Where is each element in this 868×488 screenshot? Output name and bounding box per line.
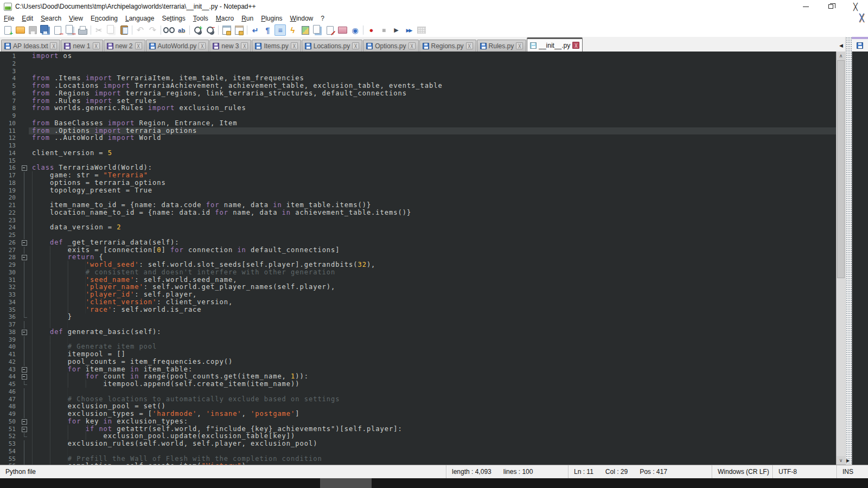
code-area[interactable]: 1import os234from .Items import Terraria… xyxy=(0,52,836,465)
code-line[interactable]: 10from BaseClasses import Region, Entran… xyxy=(0,120,836,127)
find-button[interactable] xyxy=(163,24,175,36)
code-line[interactable]: 11from .Options import terraria_options xyxy=(0,127,836,135)
code-line[interactable]: 41 itempool = [] xyxy=(0,351,836,358)
tab-options-py[interactable]: Options.py╳ xyxy=(363,40,418,52)
line-number[interactable]: 5 xyxy=(0,82,21,90)
line-number[interactable]: 44 xyxy=(0,373,21,381)
tab-close-button[interactable]: ╳ xyxy=(352,42,359,49)
menu-item-[interactable]: ? xyxy=(317,14,328,23)
code-line[interactable]: 32 'player_name': self.world.get_player_… xyxy=(0,284,836,291)
code-line[interactable]: 13 xyxy=(0,142,836,150)
line-number[interactable]: 31 xyxy=(0,277,21,284)
macro-run-multiple-button[interactable] xyxy=(403,24,414,36)
menu-item-window[interactable]: Window xyxy=(286,14,317,23)
line-number[interactable]: 23 xyxy=(0,217,21,224)
line-number[interactable]: 33 xyxy=(0,291,21,299)
code-line[interactable]: 24 data_version = 2 xyxy=(0,224,836,232)
line-number[interactable]: 1 xyxy=(0,53,21,60)
code-line[interactable]: 7from .Rules import set_rules xyxy=(0,98,836,105)
word-wrap-button[interactable] xyxy=(250,24,261,36)
secondary-view-tab[interactable] xyxy=(852,37,868,52)
menu-item-tools[interactable]: Tools xyxy=(189,14,212,23)
status-encoding-section[interactable]: UTF-8 xyxy=(773,465,837,478)
line-number[interactable]: 13 xyxy=(0,142,21,150)
code-line[interactable]: 55 # Prefill the Wall of Flesh with the … xyxy=(0,455,836,463)
line-number[interactable]: 2 xyxy=(0,60,21,68)
code-line[interactable]: 36 } xyxy=(0,313,836,321)
line-number[interactable]: 39 xyxy=(0,336,21,344)
code-line[interactable]: 2 xyxy=(0,60,836,68)
tab-close-button[interactable]: ╳ xyxy=(135,42,142,49)
line-number[interactable]: 18 xyxy=(0,179,21,187)
open-file-button[interactable] xyxy=(15,24,26,36)
line-number[interactable]: 53 xyxy=(0,440,21,448)
code-line[interactable]: 29 'world_seed': self.world.slot_seeds[s… xyxy=(0,261,836,269)
fold-toggle[interactable] xyxy=(21,239,29,247)
tab-close-button[interactable]: ╳ xyxy=(199,42,206,49)
line-number[interactable]: 45 xyxy=(0,381,21,388)
tab-ap-ideas-txt[interactable]: AP Ideas.txt╳ xyxy=(1,40,60,52)
document-switcher-button[interactable] xyxy=(312,24,323,36)
close-all-button[interactable] xyxy=(65,24,76,36)
code-line[interactable]: 30 # consistent and doesn't interfere wi… xyxy=(0,269,836,277)
code-line[interactable]: 1import os xyxy=(0,53,836,60)
new-file-button[interactable] xyxy=(2,24,14,36)
line-number[interactable]: 43 xyxy=(0,366,21,374)
code-line[interactable]: 18 options = terraria_options xyxy=(0,179,836,187)
line-number[interactable]: 40 xyxy=(0,343,21,351)
tab-new-2[interactable]: new 2╳ xyxy=(104,40,145,52)
code-line[interactable]: 3 xyxy=(0,68,836,75)
code-line[interactable]: 6from .Regions import terraria_regions, … xyxy=(0,90,836,98)
menu-item-search[interactable]: Search xyxy=(37,14,65,23)
minimize-button[interactable] xyxy=(793,0,818,13)
fold-toggle[interactable] xyxy=(21,254,29,261)
fold-toggle[interactable] xyxy=(21,373,29,381)
code-line[interactable]: 16class TerrariaWorld(World): xyxy=(0,164,836,172)
menu-item-file[interactable]: File xyxy=(0,14,18,23)
menu-item-run[interactable]: Run xyxy=(238,14,257,23)
tab-close-button[interactable]: ╳ xyxy=(241,42,248,49)
line-number[interactable]: 28 xyxy=(0,254,21,261)
line-number[interactable]: 47 xyxy=(0,396,21,403)
code-line[interactable]: 5from .Locations import TerrariaAchievem… xyxy=(0,82,836,90)
sync-horizontal-scroll-button[interactable] xyxy=(233,24,245,36)
tab-locations-py[interactable]: Locations.py╳ xyxy=(302,40,362,52)
print-button[interactable] xyxy=(77,24,88,36)
menu-item-view[interactable]: View xyxy=(65,14,87,23)
code-line[interactable]: 25 xyxy=(0,232,836,239)
code-line[interactable]: 17 game: str = "Terraria" xyxy=(0,172,836,179)
code-line[interactable]: 23 xyxy=(0,217,836,224)
line-number[interactable]: 48 xyxy=(0,403,21,410)
line-number[interactable]: 11 xyxy=(0,127,21,135)
view-splitter[interactable]: ▶ xyxy=(845,37,852,465)
code-line[interactable]: 49 exclusion_types = ['hardmode', 'insan… xyxy=(0,410,836,418)
line-number[interactable]: 10 xyxy=(0,120,21,127)
line-number[interactable]: 49 xyxy=(0,410,21,418)
line-number[interactable]: 12 xyxy=(0,134,21,142)
line-number[interactable]: 24 xyxy=(0,224,21,232)
tab-close-button[interactable]: ╳ xyxy=(516,42,523,49)
line-number[interactable]: 19 xyxy=(0,187,21,195)
line-number[interactable]: 34 xyxy=(0,299,21,306)
code-line[interactable]: 33 'player_id': self.player, xyxy=(0,291,836,299)
restore-button[interactable] xyxy=(818,0,843,13)
code-line[interactable]: 20 xyxy=(0,194,836,202)
line-number[interactable]: 37 xyxy=(0,321,21,329)
tab-close-button[interactable]: ╳ xyxy=(572,42,579,49)
code-line[interactable]: 8from worlds.generic.Rules import exclus… xyxy=(0,105,836,112)
line-number[interactable]: 16 xyxy=(0,164,21,172)
code-line[interactable]: 48 exclusion_pool = set() xyxy=(0,403,836,410)
show-indent-guide-button[interactable] xyxy=(275,24,286,36)
code-line[interactable]: 37 xyxy=(0,321,836,329)
line-number[interactable]: 36 xyxy=(0,313,21,321)
menu-item-encoding[interactable]: Encoding xyxy=(87,14,122,23)
code-line[interactable]: 22 location_name_to_id = {name: data.id … xyxy=(0,209,836,217)
fold-toggle[interactable] xyxy=(21,418,29,426)
code-line[interactable]: 21 item_name_to_id = {name: data.code fo… xyxy=(0,202,836,209)
fold-toggle[interactable] xyxy=(21,329,29,336)
function-completion-button[interactable] xyxy=(287,24,298,36)
tab-close-button[interactable]: ╳ xyxy=(50,42,57,49)
code-line[interactable]: 35 'race': self.world.is_race xyxy=(0,306,836,314)
line-number[interactable]: 38 xyxy=(0,329,21,336)
edit-marker-button[interactable] xyxy=(324,24,336,36)
